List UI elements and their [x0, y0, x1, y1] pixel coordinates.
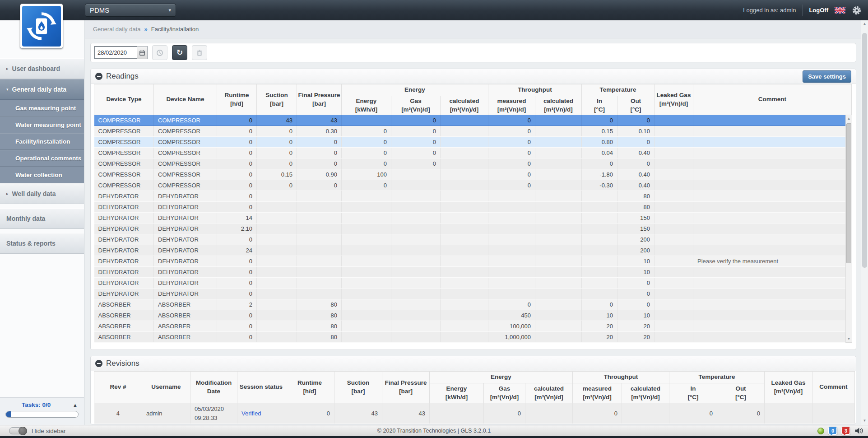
table-row[interactable]: DEHYDRATORDEHYDRATOR010: [94, 267, 852, 278]
cell[interactable]: 0: [257, 158, 297, 169]
table-row[interactable]: ABSORBERABSORBER0804501010: [94, 310, 852, 321]
cell[interactable]: [535, 256, 582, 267]
cell[interactable]: [391, 278, 441, 289]
cell[interactable]: [654, 245, 693, 256]
cell[interactable]: 0.40: [617, 148, 654, 158]
cell[interactable]: 0.15: [582, 126, 617, 137]
table-row[interactable]: DEHYDRATORDEHYDRATOR080: [94, 202, 852, 213]
cell[interactable]: [488, 202, 535, 213]
cell[interactable]: 0: [617, 115, 654, 126]
cell[interactable]: [342, 224, 391, 234]
cell[interactable]: [391, 202, 441, 213]
table-row[interactable]: DEHYDRATORDEHYDRATOR00: [94, 289, 852, 299]
cell[interactable]: 0.40: [617, 180, 654, 191]
cell[interactable]: [582, 245, 617, 256]
cell[interactable]: 0: [297, 158, 342, 169]
cell[interactable]: [693, 115, 852, 126]
cell[interactable]: [257, 202, 297, 213]
cell[interactable]: 20: [582, 332, 617, 343]
cell[interactable]: COMPRESSOR: [154, 137, 217, 148]
cell[interactable]: [297, 224, 342, 234]
cell[interactable]: [488, 256, 535, 267]
table-row[interactable]: ABSORBERABSORBER080100,0002020: [94, 321, 852, 332]
cell[interactable]: [297, 256, 342, 267]
history-button[interactable]: [152, 45, 167, 60]
cell[interactable]: 0: [217, 137, 257, 148]
table-row[interactable]: COMPRESSORCOMPRESSOR00000000: [94, 158, 852, 169]
cell[interactable]: 0: [217, 256, 257, 267]
cell[interactable]: [391, 267, 441, 278]
cell[interactable]: 2: [217, 299, 257, 310]
cell[interactable]: [693, 299, 852, 310]
sidebar-item-facility-installation[interactable]: Facility/installation: [0, 133, 84, 150]
cell[interactable]: 0: [582, 115, 617, 126]
cell[interactable]: [582, 278, 617, 289]
cell[interactable]: 0: [257, 180, 297, 191]
cell[interactable]: [297, 278, 342, 289]
cell[interactable]: [342, 267, 391, 278]
cell[interactable]: [693, 332, 852, 343]
cell[interactable]: [391, 289, 441, 299]
cell[interactable]: 0: [391, 115, 441, 126]
cell[interactable]: [342, 332, 391, 343]
cell[interactable]: [582, 202, 617, 213]
cell[interactable]: 0: [217, 126, 257, 137]
cell[interactable]: DEHYDRATOR: [94, 191, 154, 202]
cell[interactable]: [654, 256, 693, 267]
cell[interactable]: [535, 332, 582, 343]
cell[interactable]: [297, 202, 342, 213]
cell[interactable]: [654, 289, 693, 299]
cell[interactable]: 0: [297, 137, 342, 148]
cell[interactable]: 0.90: [297, 169, 342, 180]
cell[interactable]: [654, 126, 693, 137]
cell[interactable]: DEHYDRATOR: [154, 256, 217, 267]
page-scroll-down-icon[interactable]: ▼: [861, 417, 868, 424]
cell[interactable]: DEHYDRATOR: [154, 191, 217, 202]
cell[interactable]: [391, 213, 441, 224]
cell[interactable]: [297, 191, 342, 202]
cell[interactable]: 0: [342, 126, 391, 137]
cell[interactable]: [582, 267, 617, 278]
cell[interactable]: [535, 202, 582, 213]
cell[interactable]: 0.30: [297, 126, 342, 137]
cell[interactable]: 10: [582, 310, 617, 321]
cell[interactable]: 150: [617, 224, 654, 234]
cell[interactable]: [441, 213, 488, 224]
cell[interactable]: [441, 332, 488, 343]
cell[interactable]: 200: [617, 245, 654, 256]
cell[interactable]: 450: [488, 310, 535, 321]
cell[interactable]: 0.10: [617, 126, 654, 137]
cell[interactable]: [257, 278, 297, 289]
cell[interactable]: 14: [217, 213, 257, 224]
cell[interactable]: [654, 158, 693, 169]
cell[interactable]: [391, 310, 441, 321]
cell[interactable]: [297, 267, 342, 278]
cell[interactable]: ABSORBER: [154, 332, 217, 343]
cell[interactable]: [654, 202, 693, 213]
cell[interactable]: COMPRESSOR: [154, 126, 217, 137]
cell[interactable]: 0: [488, 148, 535, 158]
cell[interactable]: [441, 245, 488, 256]
cell[interactable]: [391, 299, 441, 310]
cell[interactable]: [582, 234, 617, 245]
cell[interactable]: 0: [391, 158, 441, 169]
cell[interactable]: [257, 332, 297, 343]
cell[interactable]: [654, 137, 693, 148]
cell[interactable]: 0: [217, 310, 257, 321]
cell[interactable]: [342, 299, 391, 310]
cell[interactable]: [654, 213, 693, 224]
cell[interactable]: 0: [342, 148, 391, 158]
cell[interactable]: 100,000: [488, 321, 535, 332]
cell[interactable]: COMPRESSOR: [94, 169, 154, 180]
cell[interactable]: 0: [217, 115, 257, 126]
cell[interactable]: 0: [617, 289, 654, 299]
cell[interactable]: [257, 213, 297, 224]
table-row[interactable]: DEHYDRATORDEHYDRATOR0200: [94, 234, 852, 245]
cell[interactable]: DEHYDRATOR: [154, 278, 217, 289]
cell[interactable]: [535, 158, 582, 169]
cell[interactable]: [654, 180, 693, 191]
sidebar-item-well-daily-data[interactable]: ▸Well daily data: [0, 183, 84, 204]
cell[interactable]: [391, 332, 441, 343]
app-select-dropdown[interactable]: PDMS ▾: [85, 4, 176, 17]
cell[interactable]: 0: [217, 267, 257, 278]
